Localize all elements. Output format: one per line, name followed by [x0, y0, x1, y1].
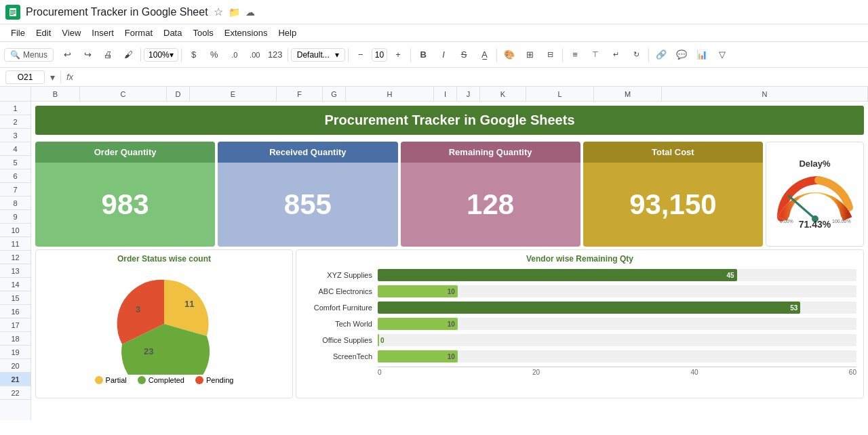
font-size-increase[interactable]: +	[389, 45, 408, 64]
kpi-remaining-qty-value: 128	[401, 163, 580, 247]
number-format[interactable]: 123	[266, 45, 285, 64]
chart-button[interactable]: 📊	[692, 45, 711, 64]
col-header-i[interactable]: I	[434, 87, 457, 101]
sep2	[181, 48, 182, 62]
filter-button[interactable]: ▽	[713, 45, 732, 64]
currency-button[interactable]: $	[184, 45, 203, 64]
col-header-g[interactable]: G	[323, 87, 346, 101]
decrease-decimal[interactable]: .0	[225, 45, 244, 64]
pie-chart-box: Order Status wise count	[35, 249, 293, 398]
strikethrough-button[interactable]: S	[454, 45, 473, 64]
borders-button[interactable]: ⊞	[520, 45, 539, 64]
valign-button[interactable]: ⊤	[586, 45, 605, 64]
svg-rect-1	[10, 10, 16, 11]
wrap-button[interactable]: ↵	[606, 45, 625, 64]
kpi-remaining-qty: Remaining Quantity 128	[401, 142, 580, 247]
col-header-c[interactable]: C	[80, 87, 167, 101]
legend-partial: Partial	[95, 376, 127, 384]
font-size-field[interactable]: 10	[372, 48, 387, 62]
col-header-k[interactable]: K	[480, 87, 526, 101]
bar-row-xyz: XYZ Supplies 45	[303, 269, 856, 281]
undo-button[interactable]: ↩	[58, 45, 77, 64]
font-size-decrease[interactable]: −	[351, 45, 370, 64]
menu-extensions[interactable]: Extensions	[219, 26, 273, 39]
print-button[interactable]: 🖨	[98, 45, 117, 64]
row-num-20: 20	[0, 359, 31, 373]
col-header-d[interactable]: D	[167, 87, 190, 101]
paint-format-button[interactable]: 🖌	[119, 45, 138, 64]
col-header-h[interactable]: H	[346, 87, 434, 101]
bar-row-office: Office Supplies 0	[303, 334, 856, 346]
row-num-16: 16	[0, 305, 31, 318]
svg-text:100.00%: 100.00%	[832, 219, 851, 224]
redo-button[interactable]: ↪	[78, 45, 97, 64]
zoom-control[interactable]: 100%▾	[144, 48, 178, 62]
bar-row-techworld: Tech World 10	[303, 318, 856, 330]
expand-formula-icon[interactable]: ▾	[50, 72, 55, 83]
comment-button[interactable]: 💬	[672, 45, 691, 64]
svg-text:3: 3	[136, 304, 140, 314]
cloud-icon[interactable]: ☁	[245, 7, 255, 18]
increase-decimal[interactable]: .00	[245, 45, 264, 64]
folder-icon[interactable]: 📁	[229, 7, 240, 18]
row-num-11: 11	[0, 237, 31, 251]
axis-label-40: 40	[690, 369, 698, 376]
percent-button[interactable]: %	[205, 45, 224, 64]
bold-button[interactable]: B	[414, 45, 433, 64]
menu-tools[interactable]: Tools	[187, 26, 218, 39]
menu-help[interactable]: Help	[273, 26, 302, 39]
formula-input[interactable]	[79, 72, 863, 82]
merge-button[interactable]: ⊟	[540, 45, 559, 64]
menu-insert[interactable]: Insert	[86, 26, 119, 39]
italic-button[interactable]: I	[434, 45, 453, 64]
star-icon[interactable]: ☆	[214, 5, 223, 18]
col-header-b[interactable]: B	[31, 87, 80, 101]
font-format-dropdown[interactable]: Default...▾	[291, 48, 345, 62]
row-num-21[interactable]: 21	[0, 373, 31, 386]
sep4	[348, 48, 349, 62]
menu-edit[interactable]: Edit	[31, 26, 56, 39]
menu-view[interactable]: View	[56, 26, 86, 39]
col-header-n[interactable]: N	[662, 87, 868, 101]
kpi-order-qty-label: Order Quantity	[35, 142, 215, 163]
col-header-f[interactable]: F	[277, 87, 323, 101]
bar-chart-title: Vendor wise Remaining Qty	[303, 254, 856, 264]
search-menus[interactable]: 🔍 Menus	[4, 48, 54, 62]
fx-label: fx	[66, 72, 73, 82]
rotate-button[interactable]: ↻	[627, 45, 646, 64]
col-header-j[interactable]: J	[457, 87, 480, 101]
svg-rect-3	[10, 13, 16, 14]
sep7	[562, 48, 563, 62]
col-header-l[interactable]: L	[526, 87, 594, 101]
align-button[interactable]: ≡	[566, 45, 585, 64]
svg-rect-2	[10, 12, 16, 12]
search-icon: 🔍	[10, 50, 20, 60]
row-num-3: 3	[0, 129, 31, 142]
bar-row-abc: ABC Electronics 10	[303, 285, 856, 297]
row-num-6: 6	[0, 169, 31, 183]
axis-label-20: 20	[532, 369, 540, 376]
pie-chart-svg: 11 23 3	[96, 266, 232, 375]
kpi-total-cost-value: 93,150	[583, 163, 763, 247]
svg-text:23: 23	[144, 346, 153, 356]
menu-format[interactable]: Format	[119, 26, 158, 39]
bar-row-screentech: ScreenTech 10	[303, 350, 856, 362]
doc-title: Procurement Tracker in Google Sheet	[26, 6, 208, 18]
text-color-button[interactable]: A̲	[475, 45, 494, 64]
menu-data[interactable]: Data	[158, 26, 187, 39]
bar-chart-box: Vendor wise Remaining Qty XYZ Supplies 4…	[296, 249, 864, 398]
menu-file[interactable]: File	[5, 26, 31, 39]
legend-pending: Pending	[195, 376, 233, 384]
gauge-svg: 0.00% 100.00%	[774, 170, 856, 224]
row-num-12: 12	[0, 251, 31, 264]
pie-chart-title: Order Status wise count	[40, 254, 288, 264]
gauge-label: Delay%	[799, 159, 830, 169]
fill-color-button[interactable]: 🎨	[500, 45, 519, 64]
app-icon	[5, 5, 20, 20]
col-header-m[interactable]: M	[594, 87, 662, 101]
link-button[interactable]: 🔗	[652, 45, 671, 64]
cell-ref-input[interactable]: O21	[5, 70, 45, 84]
col-header-e[interactable]: E	[190, 87, 277, 101]
svg-rect-4	[10, 14, 14, 15]
dashboard-title: Procurement Tracker in Google Sheets	[35, 106, 864, 135]
